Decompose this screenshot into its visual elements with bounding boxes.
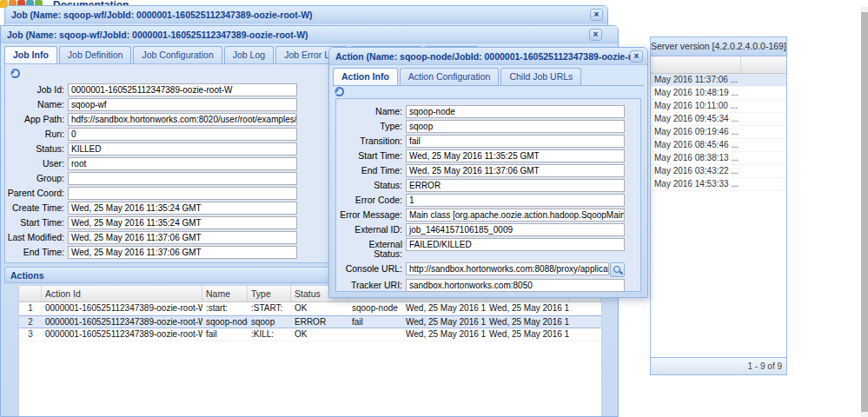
app-path-label: App Path: [7,113,68,125]
tab-child-job-urls[interactable]: Child Job URLs [500,68,581,85]
job-window-titlebar[interactable]: Job (Name: sqoop-wf/JobId: 0000001-16052… [1,26,618,43]
create-time-label: Create Time: [7,202,68,214]
job-id-label: Job Id: [7,83,68,96]
console-grid-header[interactable] [651,56,786,74]
end-time-cell: Wed, 25 May 2016 11:35:25 ... [486,302,569,314]
action-row[interactable]: 3 0000001-160525112347389-oozie-root-W@f… [19,328,601,341]
type-cell: :KILL: [248,328,291,341]
close-icon[interactable] [590,9,603,21]
start-time-cell: Wed, 25 May 2016 11:37:06 ... [402,328,486,341]
action-name-field[interactable]: sqoop-node [406,105,625,118]
action-status-field[interactable]: ERROR [406,179,625,192]
console-job-row[interactable]: May 2016 11:37:06 ... [651,74,786,87]
action-row-selected[interactable]: 2 0000001-160525112347389-oozie-root-W@s… [19,315,601,328]
tab-action-configuration[interactable]: Action Configuration [400,68,500,85]
console-job-row[interactable]: May 2016 08:45:46 ... [651,139,786,152]
end-time-field[interactable]: Wed, 25 May 2016 11:37:06 GMT [68,246,297,259]
console-url-field[interactable]: http://sandbox.hortonworks.com:8088/prox… [406,262,609,275]
row-number: 1 [19,302,42,314]
action-row[interactable]: 1 0000001-160525112347389-oozie-root-W@:… [19,302,601,315]
start-time-cell: Wed, 25 May 2016 11:35:24 ... [402,302,486,314]
status-label: Status: [7,142,68,155]
console-column-header[interactable] [651,56,741,73]
create-time-field[interactable]: Wed, 25 May 2016 11:35:24 GMT [68,202,297,215]
search-icon[interactable] [610,262,625,277]
row-number: 3 [19,328,42,341]
user-field[interactable]: root [68,157,297,170]
console-job-row[interactable]: May 2016 09:45:34 ... [651,113,786,126]
server-version-bar: Server version [4.2.0.2.4.0.0-169] [651,37,786,56]
group-field[interactable] [68,172,297,185]
status-field[interactable]: KILLED [68,142,297,156]
name-cell: fail [202,328,248,341]
run-label: Run: [7,128,68,140]
action-type-field[interactable]: sqoop [406,120,625,133]
error-message-field[interactable]: Main class [org.apache.oozie.action.hado… [406,208,625,222]
column-header-num[interactable] [19,286,42,301]
run-field[interactable]: 0 [68,128,297,141]
external-status-field[interactable]: FAILED/KILLED [406,238,625,251]
type-label: Type: [338,120,406,131]
console-column-header[interactable] [741,56,786,73]
end-time-label: End Time: [338,164,406,175]
refresh-icon[interactable] [335,87,344,96]
error-code-field[interactable]: 1 [406,194,625,207]
close-icon[interactable] [630,50,643,63]
console-job-row[interactable]: May 2016 03:43:22 ... [651,165,786,178]
last-modified-field[interactable]: Wed, 25 May 2016 11:37:06 GMT [68,231,297,244]
refresh-icon[interactable] [10,69,20,78]
action-id-cell: 0000001-160525112347389-oozie-root-W@fai… [42,328,202,341]
console-job-list: May 2016 11:37:06 ... May 2016 10:48:19 … [651,74,786,191]
console-job-row[interactable]: May 2016 10:48:19 ... [651,87,786,100]
external-id-label: External ID: [338,223,406,235]
tab-job-configuration[interactable]: Job Configuration [133,46,222,63]
start-time-label: Start Time: [338,149,406,161]
window-title: Job (Name: sqoop-wf/JobId: 0000001-16052… [11,10,590,20]
console-job-row[interactable]: May 2016 08:38:13 ... [651,152,786,165]
end-time-cell: Wed, 25 May 2016 11:37:06 ... [486,316,569,328]
action-end-time-field[interactable]: Wed, 25 May 2016 11:37:06 GMT [406,164,625,177]
action-id-cell: 0000001-160525112347389-oozie-root-W@sqo… [42,316,202,328]
console-job-row[interactable]: May 2016 14:53:33 ... [651,178,786,191]
transition-label: Transition: [338,135,406,146]
column-header-name[interactable]: Name [202,286,248,301]
transition-field[interactable]: fail [406,135,625,148]
vertical-scrollbar[interactable] [861,7,868,417]
tab-action-info[interactable]: Action Info [333,68,398,85]
action-dialog-titlebar[interactable]: Action (Name: sqoop-node/JobId: 0000001-… [329,48,647,65]
name-cell: :start: [202,302,248,314]
tab-job-definition[interactable]: Job Definition [59,46,132,63]
status-cell: OK [291,328,348,341]
column-header-action-id[interactable]: Action Id [42,286,202,301]
transition-cell: fail [348,316,402,328]
job-window-back-titlebar[interactable]: Job (Name: sqoop-wf/JobId: 0000001-16052… [5,6,607,23]
status-label: Status: [338,179,406,190]
job-id-field[interactable]: 0000001-160525112347389-oozie-root-W [68,83,297,96]
action-start-time-field[interactable]: Wed, 25 May 2016 11:35:25 GMT [406,149,625,162]
user-label: User: [7,157,68,169]
actions-grid: Action Id Name Type Status 1 0000001-160… [18,285,602,416]
external-id-field[interactable]: job_1464157106185_0009 [406,223,625,236]
status-cell: OK [291,302,348,314]
tracker-uri-field[interactable]: sandbox.hortonworks.com:8050 [406,279,625,292]
parent-coord-field[interactable] [68,187,297,200]
console-url-label: Console URL: [338,262,406,274]
column-header-type[interactable]: Type [248,286,291,301]
group-label: Group: [7,172,68,184]
tab-job-info[interactable]: Job Info [4,46,57,63]
close-icon[interactable] [589,29,602,41]
parent-coord-label: Parent Coord: [7,187,68,199]
action-tabstrip: Action InfoAction ConfigurationChild Job… [333,67,644,86]
tab-job-log[interactable]: Job Log [224,46,274,63]
error-message-label: Error Message: [338,208,406,220]
error-code-label: Error Code: [338,194,406,205]
console-job-row[interactable]: May 2016 09:19:46 ... [651,126,786,139]
start-time-field[interactable]: Wed, 25 May 2016 11:35:24 GMT [68,216,297,229]
oozie-console-window: Server version [4.2.0.2.4.0.0-169] May 2… [650,36,787,375]
action-toolbar [335,87,344,98]
console-job-row[interactable]: May 2016 10:11:00 ... [651,100,786,113]
app-path-field[interactable]: hdfs://sandbox.hortonworks.com:8020/user… [68,113,297,126]
action-info-panel: Name:sqoop-node Type:sqoop Transition:fa… [335,98,641,292]
name-field[interactable]: sqoop-wf [68,98,297,111]
scrollbar-thumb[interactable] [861,12,868,412]
